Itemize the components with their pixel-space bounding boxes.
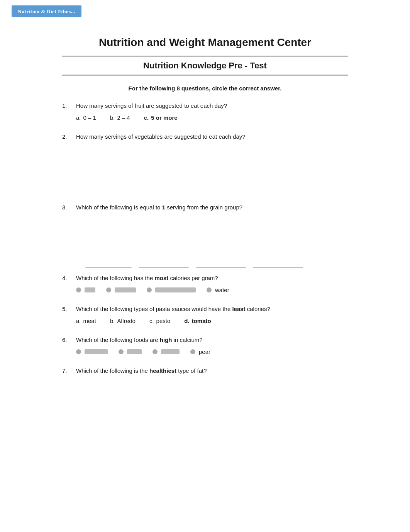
q1-option-a: a. 0 – 1 — [76, 114, 96, 121]
q4-answers: water — [76, 287, 348, 293]
q4-body: Which of the following has the most calo… — [76, 275, 218, 281]
q4-label-a — [85, 287, 95, 292]
question-7: 7. Which of the following is the healthi… — [62, 367, 348, 374]
question-1-text: 1. How many servings of fruit are sugges… — [62, 102, 348, 109]
q3-space — [62, 216, 348, 255]
q3-num: 3. — [62, 204, 73, 211]
q2-space — [62, 145, 348, 192]
question-2: 2. How many servings of vegetables are s… — [62, 133, 348, 192]
q1-body: How many servings of fruit are suggested… — [76, 102, 227, 109]
question-4-text: 4. Which of the following has the most c… — [62, 275, 348, 281]
q4-label-d: water — [215, 287, 229, 293]
q1-option-c: c. 5 or more — [144, 114, 178, 121]
q3-body: Which of the following is equal to 1 ser… — [76, 204, 242, 211]
q6-body: Which of the following foods are high in… — [76, 337, 203, 343]
q4-label-b — [115, 287, 136, 292]
q6-label-b — [127, 349, 142, 354]
question-5-text: 5. Which of the following types of pasta… — [62, 306, 348, 312]
section-header: Nutrition Knowledge Pre - Test — [62, 56, 348, 76]
q4-radio-c — [147, 287, 152, 292]
q2-body: How many servings of vegetables are sugg… — [76, 133, 246, 140]
q6-option-a — [76, 349, 108, 354]
q7-body: Which of the following is the healthiest… — [76, 367, 207, 374]
q5-answers: a. meat b. Alfredo c. pesto d. tomato — [76, 318, 348, 324]
q4-option-c — [147, 287, 196, 292]
q4-radio-a — [76, 287, 81, 292]
q4-option-a — [76, 287, 95, 292]
q1-option-b: b. 2 – 4 — [110, 114, 130, 121]
question-1: 1. How many servings of fruit are sugges… — [62, 102, 348, 121]
q7-num: 7. — [62, 367, 73, 374]
question-4: 4. Which of the following has the most c… — [62, 275, 348, 293]
question-7-text: 7. Which of the following is the healthi… — [62, 367, 348, 374]
q4-option-b — [106, 287, 136, 292]
q4-radio-b — [106, 287, 111, 292]
main-title: Nutrition and Weight Management Center — [62, 36, 348, 49]
q6-radio-d — [190, 349, 195, 354]
section-title: Nutrition Knowledge Pre - Test — [62, 61, 348, 71]
q2-num: 2. — [62, 133, 73, 140]
q6-option-c — [152, 349, 180, 354]
q6-label-c — [161, 349, 180, 354]
q4-num: 4. — [62, 275, 73, 281]
divider-seg-3 — [196, 267, 246, 268]
q6-answers: pear — [76, 348, 348, 355]
question-6-text: 6. Which of the following foods are high… — [62, 337, 348, 343]
q6-num: 6. — [62, 337, 73, 343]
instructions: For the following 8 questions, circle th… — [62, 85, 348, 92]
question-3-text: 3. Which of the following is equal to 1 … — [62, 204, 348, 211]
top-bar: Nutrition & Diet Films... — [12, 5, 81, 17]
q6-label-d: pear — [199, 348, 210, 355]
question-5: 5. Which of the following types of pasta… — [62, 306, 348, 324]
q6-radio-c — [152, 349, 158, 354]
q5-option-a: a. meat — [76, 318, 96, 324]
q1-answers: a. 0 – 1 b. 2 – 4 c. 5 or more — [76, 114, 348, 121]
q4-radio-d — [207, 287, 212, 292]
q5-option-c: c. pesto — [149, 318, 170, 324]
q4-option-d: water — [207, 287, 229, 293]
top-bar-label: Nutrition & Diet Films... — [18, 8, 75, 14]
divider-seg-1 — [85, 267, 132, 268]
q1-num: 1. — [62, 102, 73, 109]
question-2-text: 2. How many servings of vegetables are s… — [62, 133, 348, 140]
q5-option-d: d. tomato — [184, 318, 211, 324]
q5-num: 5. — [62, 306, 73, 312]
q6-option-d: pear — [190, 348, 210, 355]
question-6: 6. Which of the following foods are high… — [62, 337, 348, 355]
q6-label-a — [85, 349, 108, 354]
q6-radio-b — [119, 349, 124, 354]
q5-body: Which of the following types of pasta sa… — [76, 306, 270, 312]
divider-row — [85, 267, 325, 268]
q6-radio-a — [76, 349, 81, 354]
q5-option-b: b. Alfredo — [110, 318, 136, 324]
divider-seg-4 — [253, 267, 303, 268]
question-3: 3. Which of the following is equal to 1 … — [62, 204, 348, 255]
q4-label-c — [155, 287, 196, 292]
divider-seg-2 — [139, 267, 189, 268]
q6-option-b — [119, 349, 142, 354]
